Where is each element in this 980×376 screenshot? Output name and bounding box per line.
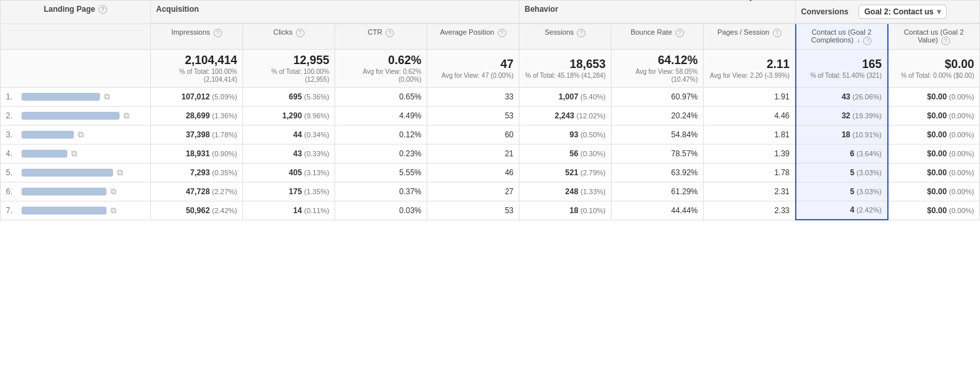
- sessions-cell: 56 (0.30%): [519, 144, 612, 163]
- pages-session-cell: 1.39: [704, 144, 796, 163]
- table-row: 2. ⧉ 28,699 (1.36%) 1,290 (9.96%) 4.49% …: [1, 106, 980, 125]
- completions-help-icon[interactable]: ?: [863, 37, 872, 45]
- totals-completions: 165 % of Total: 51.40% (321): [796, 49, 888, 87]
- impressions-cell: 37,398 (1.78%): [151, 125, 243, 144]
- value-cell: $0.00 (0.00%): [888, 163, 980, 182]
- sessions-cell: 248 (1.33%): [519, 182, 612, 201]
- url-text[interactable]: [22, 93, 100, 101]
- copy-icon[interactable]: ⧉: [104, 92, 110, 102]
- bounce-rate-cell: 61.29%: [612, 182, 704, 201]
- avg-position-header: Average Position ?: [427, 24, 519, 49]
- value-cell: $0.00 (0.00%): [888, 106, 980, 125]
- sessions-help-icon[interactable]: ?: [577, 29, 585, 37]
- pages-session-cell: 2.31: [704, 182, 796, 201]
- totals-landing-cell: [1, 49, 151, 87]
- pages-session-help-icon[interactable]: ?: [773, 29, 781, 37]
- value-cell: $0.00 (0.00%): [888, 125, 980, 144]
- clicks-cell: 175 (1.35%): [243, 182, 335, 201]
- bounce-rate-cell: 60.97%: [612, 87, 704, 106]
- bounce-rate-cell: 54.84%: [612, 125, 704, 144]
- sessions-cell: 1,007 (5.40%): [519, 87, 612, 106]
- avg-position-cell: 60: [427, 125, 519, 144]
- url-text[interactable]: [22, 131, 74, 139]
- bounce-rate-cell: 20.24%: [612, 106, 704, 125]
- impressions-help-icon[interactable]: ?: [214, 29, 222, 37]
- copy-icon[interactable]: ⧉: [117, 167, 123, 178]
- bounce-rate-help-icon[interactable]: ?: [676, 29, 684, 37]
- landing-page-header: Landing Page ?: [1, 1, 151, 24]
- sessions-cell: 93 (0.50%): [519, 125, 612, 144]
- avg-position-cell: 53: [427, 201, 519, 220]
- avg-position-help-icon[interactable]: ?: [498, 29, 506, 37]
- goal-dropdown[interactable]: Goal 2: Contact us ▾: [858, 5, 947, 19]
- totals-avg-position: 47 Avg for View: 47 (0.00%): [427, 49, 519, 87]
- row-number: 2.: [6, 111, 18, 120]
- value-header: Contact us (Goal 2 Value) ?: [888, 24, 980, 49]
- value-cell: $0.00 (0.00%): [888, 144, 980, 163]
- totals-value: $0.00 % of Total: 0.00% ($0.00): [888, 49, 980, 87]
- value-cell: $0.00 (0.00%): [888, 201, 980, 220]
- landing-page-cell: 1. ⧉: [1, 87, 151, 106]
- landing-page-cell: 2. ⧉: [1, 106, 151, 125]
- bounce-rate-header: Bounce Rate ?: [612, 24, 704, 49]
- copy-icon[interactable]: ⧉: [110, 186, 116, 197]
- landing-page-cell: 3. ⧉: [1, 125, 151, 144]
- pages-session-cell: 1.81: [704, 125, 796, 144]
- group-header-row: Landing Page ? Acquisition Behavior: [1, 1, 980, 24]
- completions-cell: 43 (26.06%): [796, 87, 888, 106]
- table-row: 1. ⧉ 107,012 (5.09%) 695 (5.36%) 0.65% 3…: [1, 87, 980, 106]
- ctr-cell: 4.49%: [335, 106, 427, 125]
- value-help-icon[interactable]: ?: [941, 37, 950, 45]
- impressions-cell: 7,293 (0.35%): [151, 163, 243, 182]
- clicks-cell: 405 (3.13%): [243, 163, 335, 182]
- impressions-cell: 107,012 (5.09%): [151, 87, 243, 106]
- copy-icon[interactable]: ⧉: [123, 111, 129, 121]
- impressions-cell: 47,728 (2.27%): [151, 182, 243, 201]
- url-text[interactable]: [22, 169, 113, 177]
- sort-arrow-icon: ↓: [857, 37, 860, 44]
- copy-icon[interactable]: ⧉: [71, 148, 77, 159]
- completions-cell: 4 (2.42%): [796, 201, 888, 220]
- clicks-cell: 695 (5.36%): [243, 87, 335, 106]
- impressions-cell: 18,931 (0.90%): [151, 144, 243, 163]
- ctr-cell: 0.65%: [335, 87, 427, 106]
- row-number: 3.: [6, 130, 18, 139]
- row-number: 6.: [6, 187, 18, 196]
- landing-page-cell: 7. ⧉: [1, 201, 151, 220]
- clicks-header: Clicks ?: [243, 24, 335, 49]
- table-row: 5. ⧉ 7,293 (0.35%) 405 (3.13%) 5.55% 46 …: [1, 163, 980, 182]
- pages-session-cell: 1.91: [704, 87, 796, 106]
- landing-page-cell: 5. ⧉: [1, 163, 151, 182]
- completions-cell: 18 (10.91%): [796, 125, 888, 144]
- landing-page-label: Landing Page: [44, 5, 95, 14]
- column-header-row: Impressions ? Clicks ? CTR ? Average Pos…: [1, 24, 980, 49]
- completions-cell: 6 (3.64%): [796, 144, 888, 163]
- table-row: 7. ⧉ 50,962 (2.42%) 14 (0.11%) 0.03% 53 …: [1, 201, 980, 220]
- bounce-rate-cell: 78.57%: [612, 144, 704, 163]
- ctr-cell: 5.55%: [335, 163, 427, 182]
- ctr-cell: 0.37%: [335, 182, 427, 201]
- impressions-cell: 28,699 (1.36%): [151, 106, 243, 125]
- url-text[interactable]: [22, 112, 120, 120]
- bounce-rate-cell: 44.44%: [612, 201, 704, 220]
- row-number: 5.: [6, 168, 18, 177]
- landing-page-cell: 6. ⧉: [1, 182, 151, 201]
- url-text[interactable]: [22, 207, 106, 214]
- clicks-help-icon[interactable]: ?: [296, 29, 304, 37]
- behavior-group-header: Behavior: [519, 1, 796, 24]
- clicks-cell: 43 (0.33%): [243, 144, 335, 163]
- ctr-cell: 0.03%: [335, 201, 427, 220]
- ctr-help-icon[interactable]: ?: [385, 29, 394, 37]
- copy-icon[interactable]: ⧉: [78, 129, 84, 140]
- totals-bounce-rate: 64.12% Avg for View: 58.05% (10.47%): [612, 49, 704, 87]
- url-text[interactable]: [22, 188, 106, 196]
- sessions-cell: 18 (0.10%): [519, 201, 612, 220]
- ctr-cell: 0.23%: [335, 144, 427, 163]
- totals-sessions: 18,653 % of Total: 45.18% (41,284): [519, 49, 612, 87]
- url-text[interactable]: [22, 150, 67, 158]
- impressions-cell: 50,962 (2.42%): [151, 201, 243, 220]
- avg-position-cell: 46: [427, 163, 519, 182]
- copy-icon[interactable]: ⧉: [110, 205, 116, 216]
- landing-page-help-icon[interactable]: ?: [99, 5, 107, 14]
- pages-session-cell: 2.33: [704, 201, 796, 220]
